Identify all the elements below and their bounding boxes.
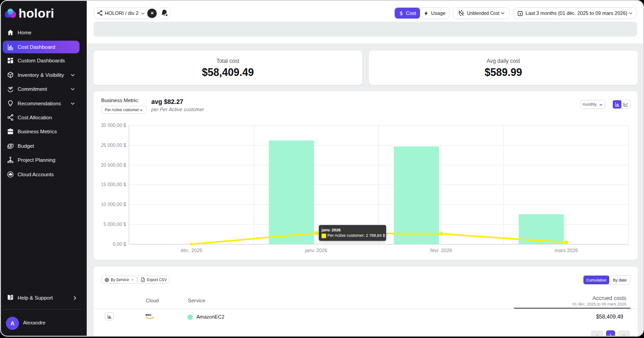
- svg-text:30 000,00 $: 30 000,00 $: [101, 122, 126, 128]
- svg-text:20 000,00 $: 20 000,00 $: [101, 162, 126, 168]
- svg-text:15 000,00 $: 15 000,00 $: [101, 182, 126, 187]
- svg-text:janv. 2026: janv. 2026: [304, 248, 327, 253]
- svg-text:5 000,00 $: 5 000,00 $: [103, 221, 126, 227]
- svg-text:mars 2026: mars 2026: [555, 248, 578, 253]
- svg-text:25 000,00 $: 25 000,00 $: [101, 142, 126, 148]
- svg-text:déc. 2025: déc. 2025: [181, 248, 202, 253]
- svg-text:févr. 2026: févr. 2026: [430, 248, 452, 253]
- svg-text:aws: aws: [145, 313, 151, 316]
- svg-text:10 000,00 $: 10 000,00 $: [101, 202, 126, 207]
- svg-text:0,00 $: 0,00 $: [113, 241, 126, 247]
